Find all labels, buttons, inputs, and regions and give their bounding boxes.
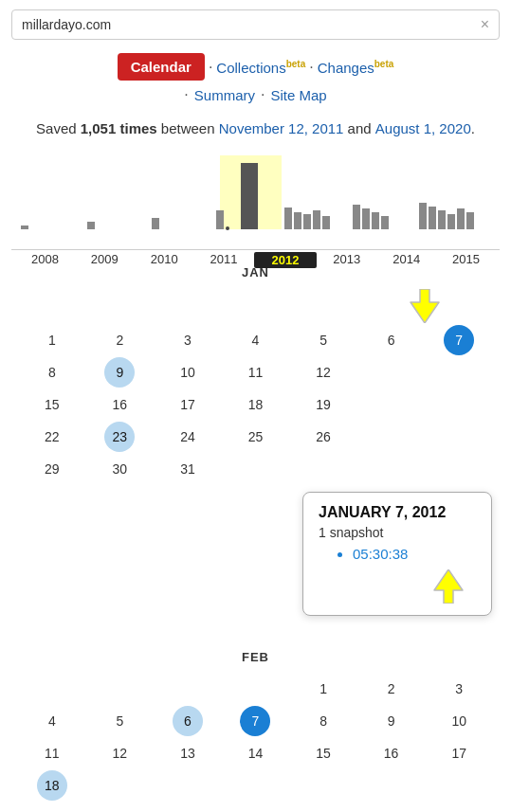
svg-rect-20 xyxy=(466,212,474,229)
chart-svg xyxy=(11,155,500,245)
svg-rect-13 xyxy=(372,212,379,229)
jan-day-9[interactable]: 9 xyxy=(104,357,135,388)
timeline-chart[interactable]: 2008 2009 2010 2011 2012 2013 2014 2015 xyxy=(11,155,500,250)
start-date-link[interactable]: November 12, 2011 xyxy=(219,120,344,136)
feb-day-18[interactable]: 18 xyxy=(37,770,67,801)
jan-day-6: 6 xyxy=(376,325,407,355)
jan-day-2: 2 xyxy=(104,325,135,355)
jan-empty-6 xyxy=(444,422,474,452)
feb-day-6[interactable]: 6 xyxy=(173,706,203,736)
end-date-link[interactable]: August 1, 2020 xyxy=(375,120,471,136)
svg-rect-16 xyxy=(429,207,436,229)
year-2011[interactable]: 2011 xyxy=(194,252,254,268)
nav-row-1: Calendar · Collectionsbeta · Changesbeta xyxy=(0,47,511,84)
february-label: FEB xyxy=(19,650,492,664)
close-icon[interactable]: × xyxy=(481,16,489,33)
arrow-down-jan7 xyxy=(407,289,443,323)
jan-empty-3 xyxy=(376,389,407,420)
jan-day-10: 10 xyxy=(173,357,203,388)
jan-day-18: 18 xyxy=(240,389,270,420)
changes-beta: beta xyxy=(374,59,394,69)
arrow-up-tooltip xyxy=(430,569,466,604)
svg-rect-7 xyxy=(294,212,301,229)
nav-dot-3: · xyxy=(184,86,188,103)
svg-rect-2 xyxy=(87,222,95,229)
svg-rect-9 xyxy=(313,210,320,229)
feb-day-2: 2 xyxy=(376,674,407,704)
svg-rect-14 xyxy=(381,216,389,229)
year-2015[interactable]: 2015 xyxy=(436,252,496,268)
svg-rect-11 xyxy=(353,205,360,229)
jan-day-31: 31 xyxy=(173,454,203,484)
feb-day-14: 14 xyxy=(240,738,270,768)
jan-day-11: 11 xyxy=(240,357,270,388)
jan-day-1: 1 xyxy=(37,325,67,355)
feb-empty-4 xyxy=(240,674,270,704)
nav-dot-1: · xyxy=(209,59,212,76)
jan-calendar-grid: 1 2 3 4 5 6 7 8 9 10 11 12 15 16 17 18 1… xyxy=(19,325,492,484)
jan-day-25: 25 xyxy=(240,422,270,452)
feb-day-15: 15 xyxy=(308,738,338,768)
jan-empty-1 xyxy=(376,357,407,388)
feb-empty-1 xyxy=(37,674,67,704)
tooltip-date: JANUARY 7, 2012 xyxy=(319,504,476,521)
collections-link[interactable]: Collectionsbeta xyxy=(216,59,305,76)
february-calendar: FEB 1 2 3 4 5 6 7 8 9 10 11 12 13 14 15 … xyxy=(0,642,511,808)
year-2010[interactable]: 2010 xyxy=(135,252,194,268)
feb-day-1: 1 xyxy=(308,674,338,704)
year-2014[interactable]: 2014 xyxy=(376,252,436,268)
summary-link[interactable]: Summary xyxy=(194,87,255,103)
jan-day-7[interactable]: 7 xyxy=(444,325,474,355)
feb-day-13: 13 xyxy=(173,738,203,768)
search-input[interactable] xyxy=(22,17,481,32)
year-2012[interactable]: 2012 xyxy=(254,252,318,268)
jan-day-3: 3 xyxy=(173,325,203,355)
section-separator xyxy=(0,623,511,642)
feb-day-16: 16 xyxy=(376,738,407,768)
jan-day-23[interactable]: 23 xyxy=(104,422,135,452)
jan-day-22: 22 xyxy=(37,422,67,452)
feb-day-10: 10 xyxy=(444,706,474,736)
svg-rect-8 xyxy=(303,214,311,229)
feb-day-5: 5 xyxy=(104,706,135,736)
jan-day-12: 12 xyxy=(308,357,338,388)
nav-dot-2: · xyxy=(309,59,313,76)
feb-empty-3 xyxy=(173,674,203,704)
saved-description: Saved 1,051 times between November 12, 2… xyxy=(0,111,511,146)
svg-rect-19 xyxy=(457,208,465,229)
jan-day-24: 24 xyxy=(173,422,203,452)
svg-rect-12 xyxy=(362,208,370,229)
jan-day-16: 16 xyxy=(104,389,135,420)
jan-day-29: 29 xyxy=(37,454,67,484)
feb-empty-2 xyxy=(104,674,135,704)
changes-link[interactable]: Changesbeta xyxy=(318,59,394,76)
collections-beta: beta xyxy=(286,59,306,69)
svg-rect-15 xyxy=(419,203,427,229)
year-2013[interactable]: 2013 xyxy=(317,252,376,268)
jan-empty-5 xyxy=(376,422,407,452)
svg-rect-5 xyxy=(241,163,258,229)
svg-marker-23 xyxy=(434,569,463,604)
jan-day-17: 17 xyxy=(173,389,203,420)
chart-year-labels: 2008 2009 2010 2011 2012 2013 2014 2015 xyxy=(11,248,500,268)
year-2009[interactable]: 2009 xyxy=(75,252,135,268)
year-2008[interactable]: 2008 xyxy=(15,252,75,268)
svg-point-21 xyxy=(226,226,229,230)
sitemap-link[interactable]: Site Map xyxy=(270,87,326,103)
svg-rect-17 xyxy=(438,210,446,229)
svg-rect-6 xyxy=(284,208,292,229)
calendar-button[interactable]: Calendar xyxy=(118,53,205,81)
jan-day-8: 8 xyxy=(37,357,67,388)
jan-day-4: 4 xyxy=(240,325,270,355)
tooltip-box: JANUARY 7, 2012 1 snapshot 05:30:38 xyxy=(302,492,492,616)
jan-day-19: 19 xyxy=(308,389,338,420)
nav-row-2: · Summary · Site Map xyxy=(0,84,511,111)
feb-day-7[interactable]: 7 xyxy=(240,706,270,736)
svg-rect-4 xyxy=(216,210,224,229)
january-calendar: JAN 1 2 3 4 5 6 7 8 9 10 11 12 15 16 17 … xyxy=(0,250,511,623)
feb-calendar-grid: 1 2 3 4 5 6 7 8 9 10 11 12 13 14 15 16 1… xyxy=(19,674,492,801)
search-bar: × xyxy=(11,9,500,40)
svg-rect-3 xyxy=(152,218,159,229)
feb-day-12: 12 xyxy=(104,738,135,768)
tooltip-time[interactable]: 05:30:38 xyxy=(353,546,476,562)
